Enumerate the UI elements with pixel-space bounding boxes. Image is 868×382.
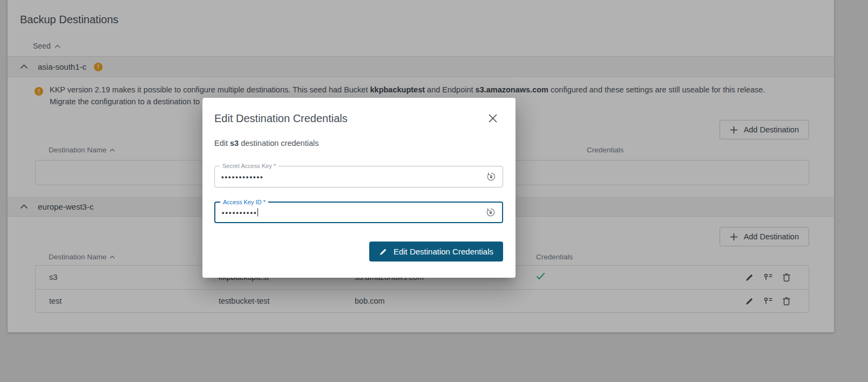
secret-access-key-value: ••••••••••••: [221, 173, 264, 181]
access-key-id-label: Access Key ID *: [220, 199, 268, 205]
edit-destination-credentials-button[interactable]: Edit Destination Credentials: [369, 242, 503, 262]
access-key-id-value: ••••••••••: [222, 209, 258, 217]
close-icon[interactable]: [488, 113, 498, 123]
text-cursor: [257, 209, 259, 217]
reveal-password-icon[interactable]: [486, 207, 496, 217]
submit-button-label: Edit Destination Credentials: [394, 247, 493, 256]
subtitle-part: Edit: [214, 139, 230, 148]
subtitle-destination-name: s3: [230, 139, 239, 148]
secret-access-key-label: Secret Access Key *: [220, 163, 279, 169]
edit-destination-credentials-dialog: Edit Destination Credentials Edit s3 des…: [202, 98, 516, 278]
reveal-password-icon[interactable]: [486, 172, 496, 182]
secret-access-key-field[interactable]: Secret Access Key * ••••••••••••: [214, 166, 503, 187]
dialog-subtitle: Edit s3 destination credentials: [214, 139, 318, 148]
masked-value: ••••••••••: [222, 209, 257, 217]
dialog-title: Edit Destination Credentials: [214, 112, 348, 125]
access-key-id-field[interactable]: Access Key ID * ••••••••••: [214, 202, 503, 223]
subtitle-part: destination credentials: [239, 139, 318, 148]
pencil-icon: [379, 247, 388, 256]
